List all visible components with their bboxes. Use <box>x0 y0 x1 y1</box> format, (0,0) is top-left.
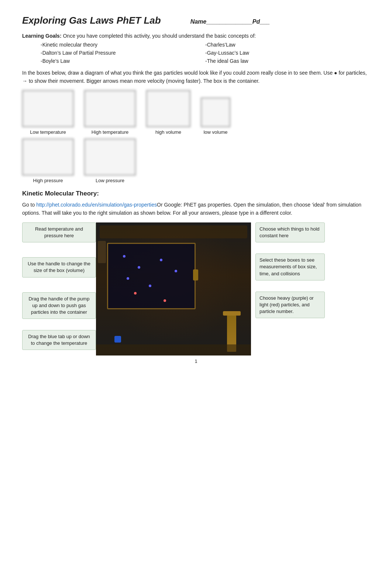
phet-link[interactable]: http://phet.colorado.edu/en/simulation/g… <box>36 202 157 208</box>
goals-grid: -Kinetic molecular theory -Charles’Law -… <box>41 42 370 64</box>
diagrams-row2: High pressure Low pressure <box>22 139 370 183</box>
diagram-box-low-vol <box>201 98 230 127</box>
sim-inner <box>96 222 251 355</box>
diagrams-row1: Low temperature High temperature high vo… <box>22 90 370 135</box>
right-annotations: Choose which things to hold constant her… <box>251 222 325 319</box>
annotation-constant: Choose which things to hold constant her… <box>255 222 325 242</box>
name-label: Name______________Pd___ <box>190 18 270 25</box>
annotation-measure: Select these boxes to see measurements o… <box>255 254 325 280</box>
diagram-label-low-pressure: Low pressure <box>96 178 124 183</box>
diagram-low-temp: Low temperature <box>22 90 74 135</box>
diagram-instructions: In the boxes below, draw a diagram of wh… <box>22 69 370 85</box>
goal-2: -Charles’Law <box>205 42 370 48</box>
kinetic-heading: Kinetic Molecular Theory: <box>22 190 370 197</box>
goal-4: -Gay-Lussac’s Law <box>205 50 370 56</box>
left-annotations: Read temperature and pressure here Use t… <box>22 222 96 354</box>
diagram-label-low-vol: low volume <box>203 129 227 135</box>
learning-goals-label: Learning Goals: <box>22 33 62 39</box>
diagram-low-pressure: Low pressure <box>84 139 136 183</box>
diagram-box-high-temp <box>84 90 136 127</box>
annotation-particles: Choose heavy (purple) or light (red) par… <box>255 292 325 319</box>
annotation-read-temp: Read temperature and pressure here <box>22 222 96 242</box>
diagram-box-low-temp <box>22 90 74 127</box>
page-number: 1 <box>22 358 370 364</box>
diagram-box-low-pressure <box>84 139 136 176</box>
learning-goals-section: Learning Goals: Once you have completed … <box>22 33 370 64</box>
diagram-high-pressure: High pressure <box>22 139 74 183</box>
diagram-label-low-temp: Low temperature <box>30 129 66 135</box>
diagram-low-vol: low volume <box>201 98 230 135</box>
annotation-handle-vol: Use the handle to change the size of the… <box>22 257 96 277</box>
learning-goals-intro: Once you have completed this activity, y… <box>63 33 256 39</box>
annotation-blue-tab: Drag the blue tab up or down to change t… <box>22 330 96 350</box>
diagram-label-high-temp: High temperature <box>92 129 128 135</box>
phet-paragraph: Go to http://phet.colorado.edu/en/simula… <box>22 201 370 217</box>
page-title: Exploring Gas Laws PhET Lab <box>22 15 161 26</box>
phet-before-link: Go to <box>22 202 36 208</box>
diagram-box-high-pressure <box>22 139 74 176</box>
goal-1: -Kinetic molecular theory <box>41 42 205 48</box>
simulation-image <box>96 222 251 355</box>
diagram-label-high-vol: high volume <box>155 129 181 135</box>
goal-3: -Dalton’s Law of Partial Pressure <box>41 50 205 56</box>
goal-5: -Boyle’s Law <box>41 58 205 64</box>
diagram-label-high-pressure: High pressure <box>33 178 63 183</box>
diagram-box-high-vol <box>146 90 190 127</box>
annotation-pump: Drag the handle of the pump up and down … <box>22 292 96 319</box>
diagram-high-vol: high volume <box>146 90 190 135</box>
header: Exploring Gas Laws PhET Lab Name________… <box>22 15 370 26</box>
goal-6: -The ideal Gas law <box>205 58 370 64</box>
simulation-layout: Read temperature and pressure here Use t… <box>22 222 370 355</box>
diagram-high-temp: High temperature <box>84 90 136 135</box>
